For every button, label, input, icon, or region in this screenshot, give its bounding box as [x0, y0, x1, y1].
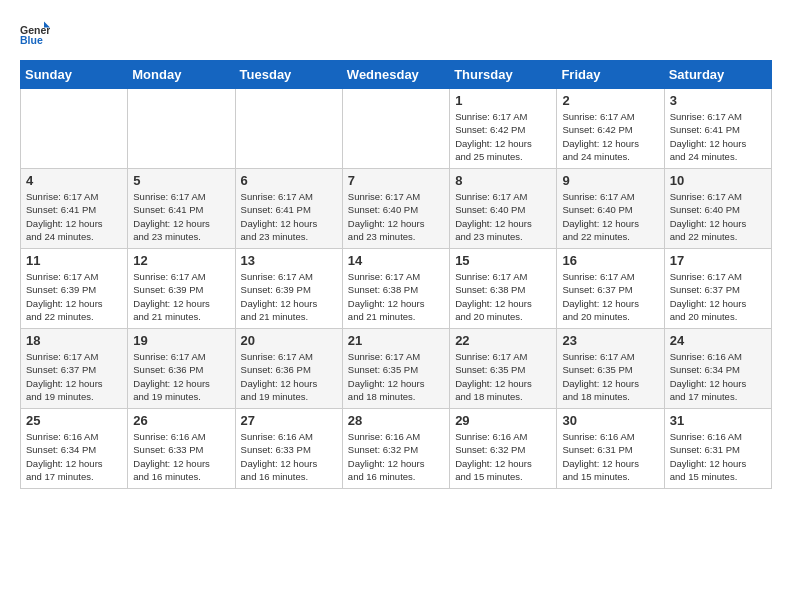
day-number: 23: [562, 333, 658, 348]
day-cell-1: 1Sunrise: 6:17 AM Sunset: 6:42 PM Daylig…: [450, 89, 557, 169]
weekday-header-friday: Friday: [557, 61, 664, 89]
weekday-header-wednesday: Wednesday: [342, 61, 449, 89]
day-info: Sunrise: 6:17 AM Sunset: 6:42 PM Dayligh…: [455, 110, 551, 163]
day-cell-5: 5Sunrise: 6:17 AM Sunset: 6:41 PM Daylig…: [128, 169, 235, 249]
day-cell-19: 19Sunrise: 6:17 AM Sunset: 6:36 PM Dayli…: [128, 329, 235, 409]
day-info: Sunrise: 6:17 AM Sunset: 6:36 PM Dayligh…: [241, 350, 337, 403]
day-info: Sunrise: 6:17 AM Sunset: 6:41 PM Dayligh…: [670, 110, 766, 163]
day-number: 28: [348, 413, 444, 428]
day-info: Sunrise: 6:17 AM Sunset: 6:41 PM Dayligh…: [241, 190, 337, 243]
day-cell-18: 18Sunrise: 6:17 AM Sunset: 6:37 PM Dayli…: [21, 329, 128, 409]
day-number: 7: [348, 173, 444, 188]
week-row-4: 18Sunrise: 6:17 AM Sunset: 6:37 PM Dayli…: [21, 329, 772, 409]
day-number: 16: [562, 253, 658, 268]
day-info: Sunrise: 6:16 AM Sunset: 6:32 PM Dayligh…: [348, 430, 444, 483]
day-number: 29: [455, 413, 551, 428]
day-info: Sunrise: 6:17 AM Sunset: 6:35 PM Dayligh…: [348, 350, 444, 403]
day-cell-15: 15Sunrise: 6:17 AM Sunset: 6:38 PM Dayli…: [450, 249, 557, 329]
day-cell-3: 3Sunrise: 6:17 AM Sunset: 6:41 PM Daylig…: [664, 89, 771, 169]
day-info: Sunrise: 6:17 AM Sunset: 6:40 PM Dayligh…: [455, 190, 551, 243]
day-number: 2: [562, 93, 658, 108]
day-cell-4: 4Sunrise: 6:17 AM Sunset: 6:41 PM Daylig…: [21, 169, 128, 249]
day-info: Sunrise: 6:17 AM Sunset: 6:37 PM Dayligh…: [670, 270, 766, 323]
week-row-5: 25Sunrise: 6:16 AM Sunset: 6:34 PM Dayli…: [21, 409, 772, 489]
day-number: 13: [241, 253, 337, 268]
day-number: 1: [455, 93, 551, 108]
day-number: 8: [455, 173, 551, 188]
day-number: 26: [133, 413, 229, 428]
day-number: 5: [133, 173, 229, 188]
day-cell-28: 28Sunrise: 6:16 AM Sunset: 6:32 PM Dayli…: [342, 409, 449, 489]
day-info: Sunrise: 6:16 AM Sunset: 6:31 PM Dayligh…: [670, 430, 766, 483]
day-number: 15: [455, 253, 551, 268]
day-info: Sunrise: 6:17 AM Sunset: 6:35 PM Dayligh…: [562, 350, 658, 403]
day-cell-22: 22Sunrise: 6:17 AM Sunset: 6:35 PM Dayli…: [450, 329, 557, 409]
day-cell-10: 10Sunrise: 6:17 AM Sunset: 6:40 PM Dayli…: [664, 169, 771, 249]
day-number: 4: [26, 173, 122, 188]
day-cell-30: 30Sunrise: 6:16 AM Sunset: 6:31 PM Dayli…: [557, 409, 664, 489]
day-cell-9: 9Sunrise: 6:17 AM Sunset: 6:40 PM Daylig…: [557, 169, 664, 249]
empty-cell: [342, 89, 449, 169]
calendar-table: SundayMondayTuesdayWednesdayThursdayFrid…: [20, 60, 772, 489]
day-info: Sunrise: 6:17 AM Sunset: 6:40 PM Dayligh…: [670, 190, 766, 243]
day-number: 30: [562, 413, 658, 428]
day-number: 9: [562, 173, 658, 188]
logo: General Blue: [20, 20, 50, 50]
weekday-header-sunday: Sunday: [21, 61, 128, 89]
day-info: Sunrise: 6:17 AM Sunset: 6:39 PM Dayligh…: [133, 270, 229, 323]
day-number: 24: [670, 333, 766, 348]
weekday-header-row: SundayMondayTuesdayWednesdayThursdayFrid…: [21, 61, 772, 89]
day-cell-11: 11Sunrise: 6:17 AM Sunset: 6:39 PM Dayli…: [21, 249, 128, 329]
day-cell-13: 13Sunrise: 6:17 AM Sunset: 6:39 PM Dayli…: [235, 249, 342, 329]
weekday-header-thursday: Thursday: [450, 61, 557, 89]
day-info: Sunrise: 6:17 AM Sunset: 6:39 PM Dayligh…: [26, 270, 122, 323]
weekday-header-monday: Monday: [128, 61, 235, 89]
week-row-2: 4Sunrise: 6:17 AM Sunset: 6:41 PM Daylig…: [21, 169, 772, 249]
day-info: Sunrise: 6:16 AM Sunset: 6:32 PM Dayligh…: [455, 430, 551, 483]
day-cell-25: 25Sunrise: 6:16 AM Sunset: 6:34 PM Dayli…: [21, 409, 128, 489]
day-cell-17: 17Sunrise: 6:17 AM Sunset: 6:37 PM Dayli…: [664, 249, 771, 329]
day-number: 25: [26, 413, 122, 428]
day-cell-8: 8Sunrise: 6:17 AM Sunset: 6:40 PM Daylig…: [450, 169, 557, 249]
day-info: Sunrise: 6:16 AM Sunset: 6:33 PM Dayligh…: [133, 430, 229, 483]
day-info: Sunrise: 6:17 AM Sunset: 6:35 PM Dayligh…: [455, 350, 551, 403]
week-row-1: 1Sunrise: 6:17 AM Sunset: 6:42 PM Daylig…: [21, 89, 772, 169]
day-info: Sunrise: 6:16 AM Sunset: 6:34 PM Dayligh…: [670, 350, 766, 403]
day-info: Sunrise: 6:17 AM Sunset: 6:40 PM Dayligh…: [348, 190, 444, 243]
day-number: 14: [348, 253, 444, 268]
day-number: 27: [241, 413, 337, 428]
day-info: Sunrise: 6:16 AM Sunset: 6:31 PM Dayligh…: [562, 430, 658, 483]
day-cell-24: 24Sunrise: 6:16 AM Sunset: 6:34 PM Dayli…: [664, 329, 771, 409]
day-cell-6: 6Sunrise: 6:17 AM Sunset: 6:41 PM Daylig…: [235, 169, 342, 249]
day-info: Sunrise: 6:17 AM Sunset: 6:42 PM Dayligh…: [562, 110, 658, 163]
day-info: Sunrise: 6:17 AM Sunset: 6:39 PM Dayligh…: [241, 270, 337, 323]
page-header: General Blue: [20, 20, 772, 50]
day-number: 21: [348, 333, 444, 348]
day-cell-7: 7Sunrise: 6:17 AM Sunset: 6:40 PM Daylig…: [342, 169, 449, 249]
empty-cell: [21, 89, 128, 169]
day-cell-12: 12Sunrise: 6:17 AM Sunset: 6:39 PM Dayli…: [128, 249, 235, 329]
day-number: 31: [670, 413, 766, 428]
day-number: 18: [26, 333, 122, 348]
svg-text:Blue: Blue: [20, 34, 43, 46]
day-cell-14: 14Sunrise: 6:17 AM Sunset: 6:38 PM Dayli…: [342, 249, 449, 329]
day-cell-31: 31Sunrise: 6:16 AM Sunset: 6:31 PM Dayli…: [664, 409, 771, 489]
day-info: Sunrise: 6:16 AM Sunset: 6:34 PM Dayligh…: [26, 430, 122, 483]
day-info: Sunrise: 6:17 AM Sunset: 6:41 PM Dayligh…: [26, 190, 122, 243]
day-cell-27: 27Sunrise: 6:16 AM Sunset: 6:33 PM Dayli…: [235, 409, 342, 489]
week-row-3: 11Sunrise: 6:17 AM Sunset: 6:39 PM Dayli…: [21, 249, 772, 329]
day-cell-20: 20Sunrise: 6:17 AM Sunset: 6:36 PM Dayli…: [235, 329, 342, 409]
weekday-header-saturday: Saturday: [664, 61, 771, 89]
day-info: Sunrise: 6:17 AM Sunset: 6:37 PM Dayligh…: [26, 350, 122, 403]
day-info: Sunrise: 6:17 AM Sunset: 6:37 PM Dayligh…: [562, 270, 658, 323]
day-cell-29: 29Sunrise: 6:16 AM Sunset: 6:32 PM Dayli…: [450, 409, 557, 489]
day-number: 20: [241, 333, 337, 348]
day-info: Sunrise: 6:17 AM Sunset: 6:41 PM Dayligh…: [133, 190, 229, 243]
day-info: Sunrise: 6:17 AM Sunset: 6:40 PM Dayligh…: [562, 190, 658, 243]
day-number: 22: [455, 333, 551, 348]
day-info: Sunrise: 6:17 AM Sunset: 6:36 PM Dayligh…: [133, 350, 229, 403]
day-number: 11: [26, 253, 122, 268]
day-cell-23: 23Sunrise: 6:17 AM Sunset: 6:35 PM Dayli…: [557, 329, 664, 409]
day-info: Sunrise: 6:17 AM Sunset: 6:38 PM Dayligh…: [455, 270, 551, 323]
day-number: 12: [133, 253, 229, 268]
